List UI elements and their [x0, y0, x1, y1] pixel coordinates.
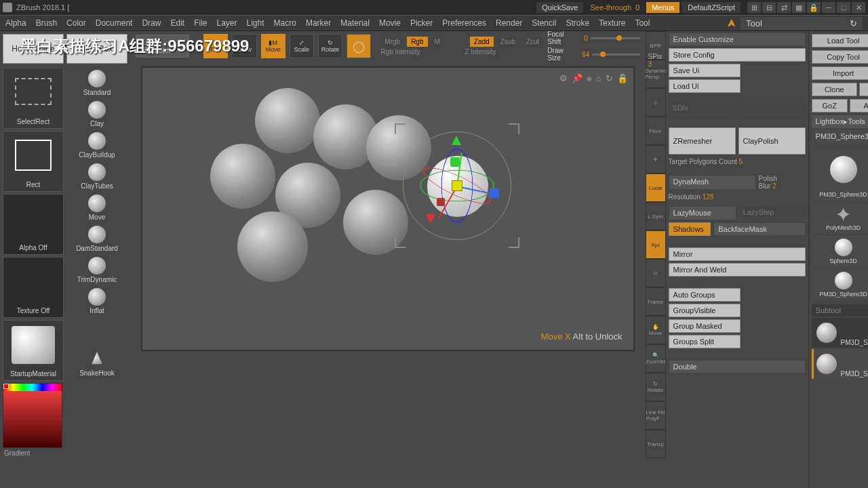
layout-icon[interactable]: ⊞ — [747, 2, 761, 13]
rgb-button[interactable]: Rgb — [407, 37, 427, 47]
xyz-button[interactable]: Xyz — [646, 230, 666, 259]
menu-macro[interactable]: Macro — [274, 18, 296, 28]
menu-material[interactable]: Material — [340, 18, 370, 28]
local-button[interactable]: Local — [646, 174, 666, 202]
default-zscript-button[interactable]: DefaultZScript — [682, 2, 741, 13]
seethrough-label[interactable]: See-through 0 — [586, 3, 644, 12]
mirror-button[interactable]: Mirror — [669, 247, 806, 261]
tool-item[interactable]: 2 PM3D_Sphere3D — [812, 148, 868, 201]
enable-customize-button[interactable]: Enable Customize — [669, 33, 806, 46]
lock-icon[interactable]: 🔒 — [807, 2, 821, 13]
save-ui-button[interactable]: Save Ui — [669, 64, 741, 77]
sdiv-slider[interactable]: SDiv — [669, 102, 806, 114]
load-ui-button[interactable]: Load Ui — [669, 79, 741, 93]
menus-button[interactable]: Menus — [646, 2, 679, 13]
color-picker[interactable] — [3, 383, 62, 448]
shadows-button[interactable]: Shadows — [669, 222, 711, 236]
menu-picker[interactable]: Picker — [410, 18, 433, 28]
home-icon[interactable]: ⌂ — [596, 73, 601, 83]
alpha-shape-selector[interactable]: Rect — [3, 131, 64, 192]
copy-tool-button[interactable]: Copy Tool — [812, 50, 868, 64]
rgb-intensity-label[interactable]: Rgb Intensity — [380, 48, 462, 56]
zremesher-button[interactable]: ZRemesher — [669, 127, 736, 155]
center-button[interactable]: ⊙ — [646, 259, 666, 287]
zadd-button[interactable]: Zadd — [470, 37, 494, 47]
gradient-label[interactable]: Gradient — [3, 448, 64, 458]
menu-brush[interactable]: Brush — [36, 18, 57, 28]
material-selector[interactable]: StartupMaterial — [3, 320, 64, 381]
draw-size-slider[interactable]: Draw Size 64 — [547, 47, 639, 62]
menu-tool[interactable]: Tool — [635, 18, 650, 28]
mirror-weld-button[interactable]: Mirror And Weld — [669, 263, 806, 277]
claypolish-button[interactable]: ClayPolish — [738, 127, 806, 155]
stroke-selector[interactable]: SelectRect — [3, 68, 64, 129]
menu-file[interactable]: File — [194, 18, 207, 28]
target-poly-slider[interactable]: Target Polygons Count 5 — [669, 157, 806, 167]
goz-button[interactable]: GoZ — [812, 99, 848, 113]
menu-stroke[interactable]: Stroke — [566, 18, 589, 28]
brush-empty[interactable] — [66, 317, 127, 347]
reset-icon[interactable]: ↻ — [606, 73, 613, 83]
goz-all-button[interactable]: All — [850, 99, 868, 113]
quicksave-button[interactable]: QuickSave — [536, 2, 583, 13]
store-config-button[interactable]: Store Config — [669, 48, 806, 62]
rotate-view-button[interactable]: ↻Rotate — [646, 373, 666, 401]
tool-panel-header[interactable]: Tool↻ — [741, 17, 863, 30]
mesh-sphere[interactable] — [210, 144, 275, 209]
groupsplit-button[interactable]: Groups Split — [669, 335, 741, 348]
clone-button[interactable]: Clone — [812, 83, 857, 96]
minimize-icon[interactable]: ─ — [822, 2, 835, 13]
viewport[interactable]: ⚙ 📌 ⎈ ⌂ ↻ 🔒 — [141, 66, 635, 351]
tool-item[interactable]: ✦PolyMesh3D — [812, 203, 868, 234]
brush-inflat[interactable]: Inflat — [66, 286, 127, 316]
rotate-mode-button[interactable]: ↻Rotate — [318, 34, 342, 58]
transp-button[interactable]: Transp — [646, 430, 666, 458]
location-icon[interactable]: ⎈ — [587, 73, 592, 83]
brush-trimdynamic[interactable]: TrimDynamic — [66, 255, 127, 285]
zsub-button[interactable]: Zsub — [496, 37, 519, 47]
focal-shift-slider[interactable]: Focal Shift 0 — [547, 30, 639, 45]
gizmo-button[interactable]: ◯ — [347, 34, 371, 58]
polyf-button[interactable]: Line Fill PolyF — [646, 401, 666, 430]
grid-toggle[interactable]: ⊹ — [646, 88, 666, 117]
menu-alpha[interactable]: Alpha — [5, 18, 26, 28]
load-tool-button[interactable]: Load Tool — [812, 34, 868, 47]
maximize-icon[interactable]: □ — [837, 2, 850, 13]
brush-snakehook[interactable]: SnakeHook — [66, 348, 127, 378]
menu-render[interactable]: Render — [496, 18, 522, 28]
menu-color[interactable]: Color — [66, 18, 86, 28]
lazystep-slider[interactable]: LazyStep — [739, 206, 806, 218]
mrgb-button[interactable]: Mrgb — [380, 37, 404, 47]
tool-item[interactable]: 2 PM3D_Sphere3D — [812, 269, 868, 300]
move-view-button[interactable]: ✋Move — [646, 316, 666, 344]
mesh-sphere[interactable] — [237, 211, 308, 282]
mesh-sphere[interactable] — [255, 88, 320, 153]
menu-texture[interactable]: Texture — [599, 18, 625, 28]
import-button[interactable]: Import — [812, 66, 868, 80]
lsym-button[interactable]: L.Sym — [646, 202, 666, 230]
brush-move[interactable]: Move — [66, 192, 127, 222]
brush-standard[interactable]: Standard — [66, 68, 127, 98]
menu-draw[interactable]: Draw — [142, 18, 161, 28]
menu-layer[interactable]: Layer — [217, 18, 237, 28]
brush-clay[interactable]: Clay — [66, 99, 127, 129]
zoom-button[interactable]: 🔍Zoom3d — [646, 344, 666, 373]
subtool-item[interactable]: ⬤◐▮👁 PM3D_Sphere3D_1 — [812, 318, 868, 348]
collapse-icon[interactable]: ⮝ — [727, 18, 738, 28]
m-button[interactable]: M — [431, 37, 444, 47]
double-button[interactable]: Double — [669, 360, 806, 373]
floor-button[interactable]: Floor — [646, 117, 666, 145]
subtool-item[interactable]: ⬤◐▮👁 PM3D_Sphere3D_2 — [812, 349, 868, 379]
close-icon[interactable]: ✕ — [852, 2, 865, 13]
pin-icon[interactable]: 📌 — [572, 73, 583, 83]
delhigher-button[interactable] — [738, 116, 806, 120]
axis-button[interactable]: ✛ — [646, 145, 666, 174]
texture-selector[interactable]: Texture Off — [3, 257, 64, 318]
groupmasked-button[interactable]: Group Masked — [669, 319, 741, 333]
menu-stencil[interactable]: Stencil — [532, 18, 556, 28]
frame-button[interactable]: Frame — [646, 287, 666, 316]
layout2-icon[interactable]: ⊟ — [762, 2, 776, 13]
swap-icon[interactable]: ⇄ — [777, 2, 791, 13]
alpha-selector[interactable]: Alpha Off — [3, 194, 64, 255]
menu-edit[interactable]: Edit — [170, 18, 184, 28]
